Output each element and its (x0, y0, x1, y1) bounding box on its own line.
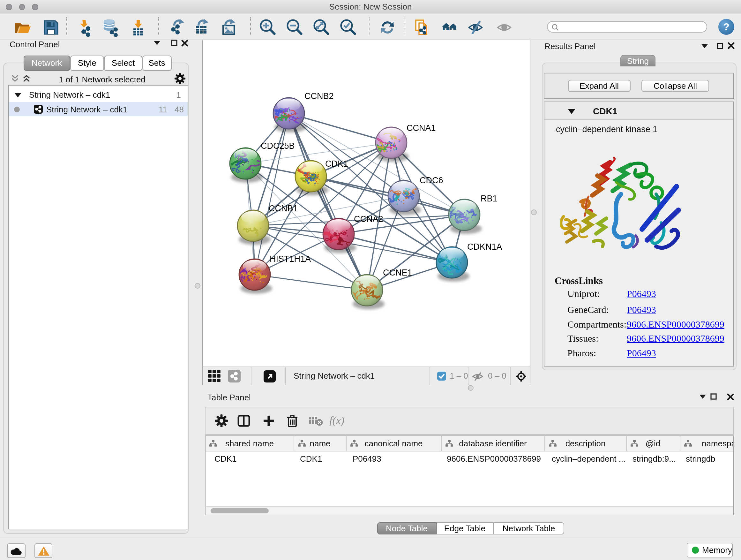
svg-text:CCNA2: CCNA2 (354, 214, 383, 224)
svg-text:CDC25B: CDC25B (260, 141, 294, 151)
svg-text:CDC6: CDC6 (419, 176, 443, 185)
svg-text:HIST1H1A: HIST1H1A (269, 254, 311, 264)
svg-text:CCNA1: CCNA1 (406, 123, 435, 133)
svg-text:?: ? (723, 21, 730, 32)
svg-text:CCNB1: CCNB1 (268, 204, 298, 213)
svg-text:CCNE1: CCNE1 (383, 268, 412, 277)
svg-text:CCNB2: CCNB2 (304, 91, 333, 101)
svg-text:RB1: RB1 (480, 194, 497, 203)
svg-text:CDKN1A: CDKN1A (467, 242, 502, 252)
svg-text:CDK1: CDK1 (325, 159, 348, 169)
